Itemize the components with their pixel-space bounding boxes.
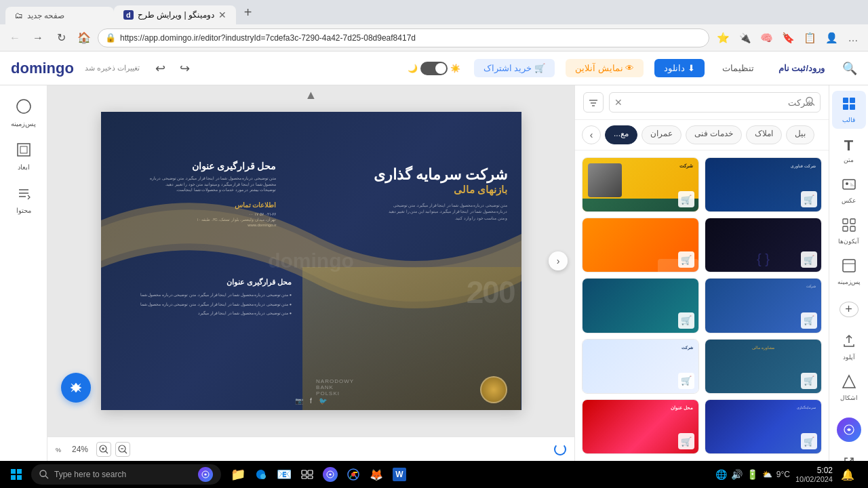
- taskbar-files-icon[interactable]: 📁: [228, 464, 248, 485]
- battery-icon[interactable]: 🔋: [747, 469, 758, 480]
- taskbar-search-box[interactable]: Type here to search: [31, 464, 221, 485]
- design-bottom-right: 200 NARODOWYBANKPOLSKI: [302, 267, 521, 410]
- taskbar-mail-icon[interactable]: 📧: [274, 464, 294, 485]
- new-tab-button[interactable]: +: [239, 5, 258, 19]
- volume-icon[interactable]: 🔊: [731, 469, 743, 480]
- toggle-track[interactable]: [420, 62, 448, 75]
- rtool-add-button[interactable]: +: [840, 302, 859, 317]
- redo-button[interactable]: ↪: [175, 59, 194, 78]
- template-search-input[interactable]: [609, 92, 821, 113]
- taskbar-clock[interactable]: 5:02 10/02/2024: [795, 466, 833, 483]
- settings-button[interactable]: تنظیمات: [715, 59, 761, 77]
- browser-profile-btn[interactable]: 👤: [822, 28, 841, 47]
- tabs-prev-button[interactable]: ‹: [582, 125, 601, 144]
- template-cart-8[interactable]: 🛒: [801, 373, 817, 389]
- browser-extension-btn[interactable]: 🔌: [735, 28, 754, 47]
- template-cart-7[interactable]: 🛒: [678, 373, 694, 389]
- rtool-upload[interactable]: آپلود: [832, 328, 866, 366]
- forward-button[interactable]: →: [28, 28, 47, 47]
- taskbar-edge-icon[interactable]: [251, 464, 271, 485]
- template-cart-4[interactable]: 🛒: [801, 251, 817, 268]
- back-button[interactable]: ←: [5, 28, 24, 47]
- logo: domingo: [11, 60, 74, 77]
- tab-construction[interactable]: عمران: [642, 125, 682, 144]
- canvas-wrapper: ▲ محل قرارگیری عنوا: [47, 85, 574, 436]
- page-next-button[interactable]: ›: [549, 251, 568, 270]
- template-card-8[interactable]: مشاوره مالی 🛒: [705, 339, 822, 394]
- undo-button[interactable]: ↩: [151, 59, 170, 78]
- tab-inactive[interactable]: 🗂 صفحه جدید: [5, 7, 114, 24]
- template-rtool-icon: [842, 96, 856, 115]
- panel-filter-button[interactable]: [583, 92, 604, 113]
- theme-toggle[interactable]: 🌙 ☀️: [405, 62, 463, 75]
- template-card-1[interactable]: شرکت 🛒: [582, 157, 699, 212]
- tab-tech-services[interactable]: خدمات فنی: [686, 125, 742, 144]
- start-button[interactable]: [5, 464, 27, 485]
- rtool-ai-button[interactable]: [832, 412, 866, 447]
- taskbar-copilot-btn[interactable]: [198, 467, 213, 482]
- template-cart-9[interactable]: 🛒: [678, 433, 694, 449]
- design-bottom-title: محل قرارگیری عنوان: [112, 278, 292, 287]
- search-icon: [806, 97, 815, 108]
- rtool-icons[interactable]: آیکون‌ها: [832, 212, 866, 250]
- zoom-out-button[interactable]: [115, 442, 130, 457]
- template-cart-1[interactable]: 🛒: [678, 191, 694, 207]
- login-button[interactable]: ورود/ثبت نام: [772, 59, 831, 77]
- share-button[interactable]: خرید اشتراک 🛒: [474, 59, 555, 77]
- network-icon[interactable]: 🌐: [715, 469, 727, 480]
- tab-other[interactable]: بیل: [786, 125, 814, 144]
- template-card-3[interactable]: 🛒: [582, 218, 699, 272]
- tool-background[interactable]: پس‌زمینه: [4, 94, 43, 133]
- notification-button[interactable]: 🔔: [838, 465, 857, 484]
- template-card-10[interactable]: سرمایه‌گذاری 🛒: [705, 399, 822, 454]
- template-card-7[interactable]: شرکت 🛒: [582, 339, 699, 394]
- template-cart-6[interactable]: 🛒: [801, 312, 817, 329]
- browser-collections-btn[interactable]: 📋: [800, 28, 819, 47]
- instagram-icon: 📷: [295, 397, 303, 405]
- rtool-text[interactable]: T متن: [832, 131, 866, 169]
- header-search-icon[interactable]: 🔍: [842, 61, 857, 76]
- zoom-in-button[interactable]: [96, 442, 111, 457]
- canvas-design[interactable]: محل قرارگیری عنوان متن توضیحی درباره محص…: [101, 112, 521, 410]
- template-cart-5[interactable]: 🛒: [678, 312, 694, 329]
- canvas-area: ▲ محل قرارگیری عنوا: [47, 85, 574, 461]
- rtool-template[interactable]: قالب: [832, 91, 866, 129]
- refresh-button[interactable]: ↻: [52, 28, 71, 47]
- tab-active[interactable]: d دومینگو | ویرایش طرح ✕: [114, 5, 236, 24]
- taskbar-word-icon[interactable]: W: [389, 464, 410, 485]
- taskbar-task-view-icon[interactable]: [297, 464, 317, 485]
- template-cart-10[interactable]: 🛒: [801, 433, 817, 449]
- rtool-background[interactable]: پس‌زمینه: [832, 253, 866, 291]
- browser-copilot-btn[interactable]: 🧠: [757, 28, 776, 47]
- taskbar-firefox-icon[interactable]: 🦊: [366, 464, 387, 485]
- tool-dimensions[interactable]: ابعاد: [4, 137, 43, 176]
- fab-button[interactable]: [61, 373, 91, 403]
- expand-top-button[interactable]: ▲: [305, 88, 317, 102]
- tool-content[interactable]: محتوا: [4, 180, 43, 220]
- svg-line-42: [45, 476, 48, 479]
- taskbar-copilot-taskbar-btn[interactable]: [320, 464, 340, 485]
- template-cart-3[interactable]: 🛒: [678, 251, 694, 268]
- template-card-9[interactable]: محل عنوان 🛒: [582, 399, 699, 454]
- browser-fav-btn[interactable]: 🔖: [778, 28, 797, 47]
- search-clear-icon[interactable]: ✕: [614, 97, 623, 108]
- tab-close-button[interactable]: ✕: [218, 9, 226, 20]
- rtool-shapes[interactable]: اشکال: [832, 369, 866, 407]
- browser-more-btn[interactable]: …: [844, 28, 863, 47]
- template-card-6[interactable]: شرکت 🛒: [705, 278, 822, 333]
- template-card-5[interactable]: 🛒: [582, 278, 699, 333]
- tab-real-estate[interactable]: املاک: [746, 125, 782, 144]
- tab-more[interactable]: مع...: [605, 125, 637, 144]
- download-button[interactable]: دانلود ⬇: [654, 59, 705, 77]
- home-button[interactable]: 🏠: [75, 28, 94, 47]
- browser-action-star[interactable]: ⭐: [713, 28, 732, 47]
- rtool-photo[interactable]: عکس: [832, 171, 866, 209]
- preview-button[interactable]: نمایش آنلاین 👁: [566, 59, 644, 77]
- template-card-4[interactable]: { } 🛒: [705, 218, 822, 272]
- text-rtool-icon: T: [844, 137, 853, 155]
- template-card-2[interactable]: شرکت فناوری @company 🛒: [705, 157, 822, 212]
- address-bar[interactable]: 🔒 https://app.domingo.ir/editor?industry…: [98, 28, 709, 47]
- rtool-external-link[interactable]: [832, 450, 866, 461]
- template-cart-2[interactable]: 🛒: [801, 191, 817, 207]
- taskbar-chrome-icon[interactable]: [343, 464, 363, 485]
